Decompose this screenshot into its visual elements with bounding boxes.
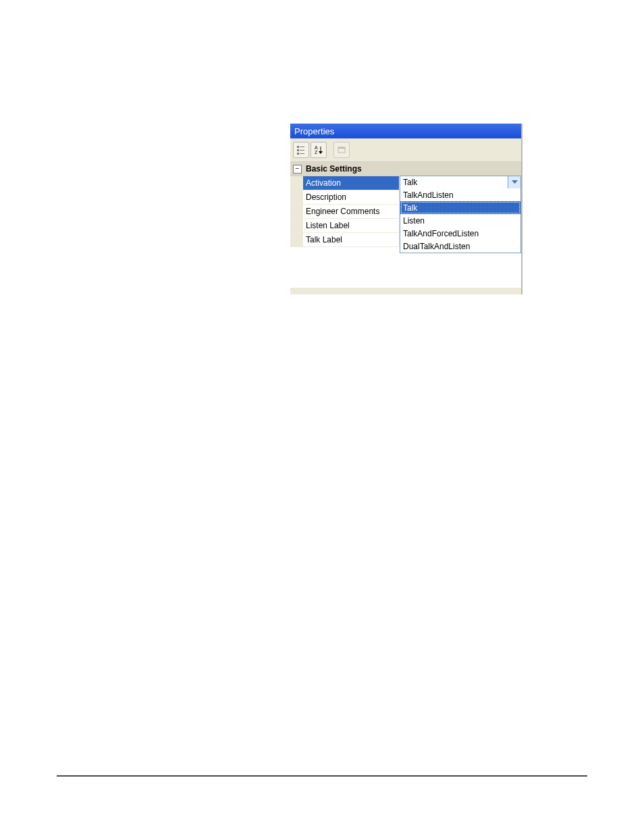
svg-marker-9 [319,151,323,154]
property-name-listen-label[interactable]: Listen Label [303,219,400,232]
category-label: Basic Settings [306,164,362,174]
property-row-activation[interactable]: Activation Talk TalkAndListen Talk Liste… [290,176,521,190]
dropdown-button[interactable] [508,176,520,188]
dropdown-option-talkandlisten[interactable]: TalkAndListen [400,188,520,201]
property-name-talk-label[interactable]: Talk Label [303,233,400,246]
svg-rect-0 [297,146,299,148]
dropdown-option-dualtalkandlisten[interactable]: DualTalkAndListen [400,240,520,253]
properties-toolbar: A Z [290,138,521,162]
svg-rect-2 [297,149,299,151]
property-value-activation[interactable]: Talk TalkAndListen Talk Listen TalkAndFo… [400,176,521,190]
combobox-selected[interactable]: Talk [400,176,520,188]
svg-rect-1 [300,147,304,147]
dropdown-option-talk[interactable]: Talk [400,201,520,214]
property-grid: Activation Talk TalkAndListen Talk Liste… [290,176,521,247]
svg-text:A: A [315,145,318,150]
svg-marker-12 [512,180,518,184]
activation-combobox[interactable]: Talk TalkAndListen Talk Listen TalkAndFo… [400,176,521,253]
svg-text:Z: Z [315,150,318,155]
categorized-view-button[interactable] [293,142,309,158]
property-name-engineer-comments[interactable]: Engineer Comments [303,205,400,218]
panel-titlebar: Properties [290,124,521,138]
page-footer-divider [57,775,587,777]
collapse-icon[interactable]: − [293,165,302,174]
property-name-description[interactable]: Description [303,190,400,204]
row-gutter [290,176,303,190]
svg-rect-3 [300,150,304,151]
svg-rect-5 [300,153,304,154]
property-name-activation[interactable]: Activation [303,176,400,190]
grid-empty-area [290,247,521,288]
svg-rect-11 [338,147,345,149]
property-pages-button[interactable] [333,142,350,158]
svg-rect-4 [297,153,299,155]
alphabetical-view-button[interactable]: A Z [311,142,327,158]
activation-dropdown-list[interactable]: TalkAndListen Talk Listen TalkAndForcedL… [400,188,520,253]
dropdown-option-talkandforcedlisten[interactable]: TalkAndForcedListen [400,227,520,240]
properties-panel: Properties A Z [290,124,522,294]
panel-title: Properties [294,126,334,136]
category-row-basic-settings[interactable]: − Basic Settings [290,162,521,176]
dropdown-option-listen[interactable]: Listen [400,214,520,227]
